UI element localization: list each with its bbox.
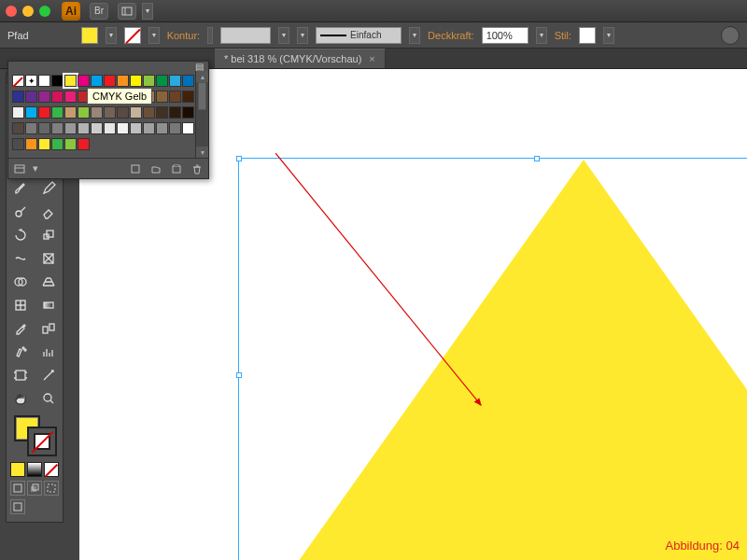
- swatch[interactable]: [143, 75, 155, 87]
- swatch[interactable]: ✦: [25, 75, 37, 87]
- swatch-options-icon[interactable]: [128, 161, 143, 176]
- handle-middle-left[interactable]: [236, 372, 242, 378]
- swatch[interactable]: [182, 106, 194, 119]
- swatch[interactable]: [156, 91, 168, 103]
- style-label[interactable]: Stil:: [555, 30, 571, 41]
- symbol-sprayer-tool[interactable]: [7, 340, 35, 363]
- swatch[interactable]: [130, 122, 142, 134]
- swatch[interactable]: [169, 106, 181, 119]
- var-width-profile-dropdown[interactable]: ▾: [297, 27, 308, 44]
- swatch[interactable]: [25, 106, 37, 119]
- swatches-panel[interactable]: ▤ ✦ CMYK Gelb ▴ ▾ ▾: [7, 61, 209, 179]
- handle-top-left[interactable]: [236, 156, 242, 161]
- swatch[interactable]: [78, 122, 90, 134]
- swatch[interactable]: [117, 75, 129, 87]
- document-tab[interactable]: * bei 318 % (CMYK/Vorschau) ×: [215, 49, 386, 68]
- new-color-group-icon[interactable]: [148, 161, 163, 176]
- swatch[interactable]: [12, 138, 24, 150]
- swatch-kind-dropdown[interactable]: ▾: [33, 162, 38, 175]
- swatch[interactable]: [64, 75, 77, 87]
- screen-mode-button[interactable]: [10, 499, 25, 514]
- swatch[interactable]: [104, 122, 116, 134]
- swatch[interactable]: [64, 91, 77, 103]
- free-transform-tool[interactable]: [35, 246, 63, 270]
- swatches-scrollbar[interactable]: ▴ ▾: [195, 71, 208, 158]
- scroll-thumb[interactable]: [198, 82, 206, 110]
- brush-definition-dropdown[interactable]: ▾: [409, 27, 420, 44]
- swatch[interactable]: [117, 106, 129, 119]
- swatch[interactable]: [169, 91, 181, 103]
- swatches-panel-menu-icon[interactable]: ▤: [191, 62, 206, 71]
- scroll-down-icon[interactable]: ▾: [196, 147, 208, 158]
- hand-tool[interactable]: [7, 386, 35, 410]
- graphic-style-dropdown[interactable]: ▾: [603, 27, 614, 44]
- swatch[interactable]: [182, 91, 194, 103]
- fill-color-dropdown[interactable]: ▾: [106, 27, 117, 44]
- maximize-window-button[interactable]: [39, 6, 50, 17]
- width-tool[interactable]: [7, 246, 35, 270]
- swatch[interactable]: [156, 122, 168, 134]
- swatch[interactable]: [104, 106, 116, 119]
- swatch[interactable]: [143, 106, 155, 119]
- opacity-dropdown[interactable]: ▾: [536, 27, 547, 44]
- mesh-tool[interactable]: [7, 293, 35, 316]
- draw-normal-button[interactable]: [10, 481, 25, 496]
- swatch[interactable]: [91, 106, 103, 119]
- swatch[interactable]: [156, 106, 168, 119]
- stroke-indicator[interactable]: [29, 428, 55, 455]
- blend-tool[interactable]: [35, 316, 63, 340]
- swatch[interactable]: [78, 75, 90, 87]
- artboard-tool[interactable]: [7, 363, 35, 386]
- swatch[interactable]: [12, 122, 24, 134]
- swatch-libraries-menu-icon[interactable]: [12, 161, 27, 176]
- swatch[interactable]: [130, 106, 142, 119]
- swatch[interactable]: [38, 138, 50, 150]
- arrange-documents-button[interactable]: [118, 3, 136, 20]
- opacity-field[interactable]: [482, 27, 529, 44]
- swatch[interactable]: [12, 106, 24, 119]
- swatch[interactable]: [51, 138, 63, 150]
- swatch[interactable]: [169, 122, 181, 134]
- perspective-grid-tool[interactable]: [35, 270, 63, 293]
- minimize-window-button[interactable]: [22, 6, 34, 17]
- draw-inside-button[interactable]: [44, 481, 59, 496]
- delete-swatch-icon[interactable]: [190, 161, 204, 176]
- document-tab-close-icon[interactable]: ×: [369, 53, 374, 64]
- swatch[interactable]: [12, 75, 24, 87]
- swatch[interactable]: [64, 106, 77, 119]
- stroke-weight-field[interactable]: [220, 27, 271, 44]
- swatch[interactable]: [38, 106, 50, 119]
- gradient-mode-button[interactable]: [27, 462, 42, 477]
- pencil-tool[interactable]: [35, 176, 63, 200]
- column-graph-tool[interactable]: [35, 340, 63, 363]
- swatch[interactable]: [51, 75, 63, 87]
- swatch[interactable]: [182, 122, 194, 134]
- brush-definition-field[interactable]: Einfach: [316, 27, 402, 44]
- swatch[interactable]: [156, 75, 168, 87]
- swatch[interactable]: [64, 122, 77, 134]
- swatch[interactable]: [91, 122, 103, 134]
- swatch[interactable]: [51, 106, 63, 119]
- swatch[interactable]: [12, 91, 24, 103]
- swatch[interactable]: [130, 75, 142, 87]
- swatch[interactable]: [78, 138, 90, 150]
- swatch[interactable]: [51, 91, 63, 103]
- swatch[interactable]: [64, 138, 77, 150]
- slice-tool[interactable]: [35, 363, 63, 386]
- stroke-weight-dropdown[interactable]: ▾: [278, 27, 289, 44]
- eraser-tool[interactable]: [35, 200, 63, 223]
- swatch[interactable]: [51, 122, 63, 134]
- graphic-style-swatch[interactable]: [579, 27, 596, 44]
- swatch[interactable]: [117, 122, 129, 134]
- stroke-color-dropdown[interactable]: ▾: [148, 27, 160, 44]
- handle-top-middle[interactable]: [534, 156, 540, 161]
- stroke-color-swatch[interactable]: [124, 27, 141, 44]
- paintbrush-tool[interactable]: [7, 176, 35, 200]
- swatch[interactable]: [38, 91, 50, 103]
- zoom-tool[interactable]: [35, 386, 63, 410]
- close-window-button[interactable]: [6, 6, 17, 17]
- none-mode-button[interactable]: [44, 462, 59, 477]
- stroke-label[interactable]: Kontur:: [167, 30, 200, 41]
- fill-color-swatch[interactable]: [81, 27, 98, 44]
- swatch[interactable]: [182, 75, 194, 87]
